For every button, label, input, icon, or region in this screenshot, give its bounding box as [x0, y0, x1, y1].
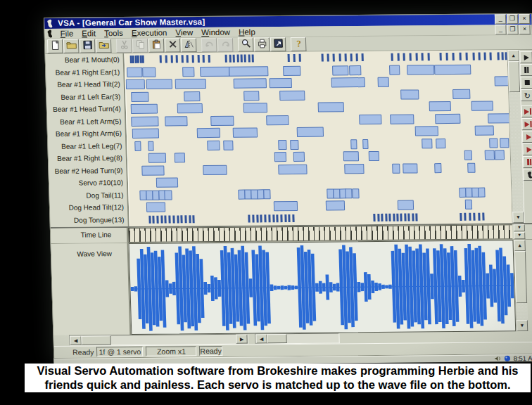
servo-event-block[interactable] — [464, 150, 471, 160]
servo-tick[interactable] — [298, 54, 300, 62]
servo-event-block[interactable] — [452, 89, 470, 98]
servo-tick[interactable] — [252, 214, 254, 222]
servo-event-block[interactable] — [146, 202, 166, 212]
servo-event-block[interactable] — [390, 114, 414, 124]
play-to-end-button[interactable] — [521, 105, 532, 117]
servo-tick[interactable] — [404, 213, 406, 221]
help-button[interactable]: ? — [291, 37, 307, 51]
servo-event-block[interactable] — [407, 65, 435, 75]
servo-tick[interactable] — [408, 213, 410, 221]
servo-tick[interactable] — [256, 214, 258, 222]
servo-tick[interactable] — [322, 54, 324, 62]
servo-event-block[interactable] — [350, 139, 357, 149]
servo-tick[interactable] — [403, 53, 405, 61]
pause-red-button[interactable] — [523, 156, 532, 168]
copy-button[interactable] — [132, 39, 148, 53]
servo-tick[interactable] — [501, 52, 503, 60]
servo-tick[interactable] — [377, 213, 379, 221]
redo-button[interactable] — [217, 38, 234, 52]
servo-tick[interactable] — [176, 55, 178, 63]
servo-tick[interactable] — [141, 56, 144, 63]
servo-tick[interactable] — [184, 215, 186, 223]
servo-tick[interactable] — [473, 212, 475, 220]
servo-event-block[interactable] — [422, 139, 432, 148]
track-label[interactable]: Bear #1 Left Leg(7) — [48, 140, 125, 153]
menu-edit[interactable]: Edit — [77, 28, 100, 38]
servo-event-block[interactable] — [397, 200, 414, 210]
servo-event-block[interactable] — [403, 163, 418, 173]
servo-event-block[interactable] — [485, 150, 495, 160]
servo-event-block[interactable] — [229, 66, 269, 76]
servo-tick[interactable] — [459, 53, 461, 60]
track-label[interactable]: Bear #1 Right Ear(1) — [46, 66, 123, 79]
servo-event-block[interactable] — [435, 113, 460, 123]
servo-tick[interactable] — [225, 55, 227, 63]
servo-event-block[interactable] — [165, 116, 187, 126]
servo-event-block[interactable] — [352, 188, 360, 198]
servo-event-block[interactable] — [132, 129, 160, 139]
servo-event-block[interactable] — [210, 115, 234, 125]
servo-event-block[interactable] — [148, 141, 153, 150]
servo-event-block[interactable] — [269, 78, 292, 88]
servo-event-block[interactable] — [273, 201, 298, 211]
scroll-up-button[interactable]: ▲ — [507, 50, 519, 61]
tray-volume-icon[interactable] — [494, 355, 501, 361]
servo-tick[interactable] — [165, 55, 167, 63]
document-minimize-button[interactable]: _ — [495, 25, 506, 34]
open-button[interactable] — [63, 39, 80, 53]
servo-tick[interactable] — [160, 215, 163, 223]
servo-event-block[interactable] — [233, 127, 258, 137]
servo-event-block[interactable] — [127, 67, 142, 77]
servo-event-block[interactable] — [293, 152, 305, 162]
track-row[interactable] — [129, 210, 512, 226]
servo-tick[interactable] — [260, 214, 262, 222]
servo-event-block[interactable] — [318, 102, 344, 112]
servo-tick[interactable] — [248, 54, 250, 62]
servo-tick[interactable] — [483, 53, 486, 60]
servo-event-block[interactable] — [392, 163, 400, 173]
servo-event-block[interactable] — [156, 177, 178, 187]
servo-tick[interactable] — [186, 55, 189, 63]
save-button[interactable] — [80, 39, 96, 53]
wave-hscroll-left-button[interactable]: ◀ — [255, 334, 267, 343]
servo-event-block[interactable] — [203, 165, 227, 174]
cut-button[interactable] — [116, 39, 132, 53]
servo-tick[interactable] — [165, 215, 167, 223]
servo-tick[interactable] — [168, 215, 170, 223]
servo-event-block[interactable] — [263, 189, 271, 199]
wave-view[interactable] — [129, 240, 517, 335]
servo-event-block[interactable] — [363, 139, 369, 149]
servo-event-block[interactable] — [467, 162, 476, 172]
servo-tick[interactable] — [192, 55, 194, 63]
new-button[interactable] — [47, 39, 63, 53]
servo-tick[interactable] — [439, 53, 441, 60]
servo-event-block[interactable] — [400, 89, 419, 99]
minimize-button[interactable]: _ — [495, 15, 506, 25]
play-all-button[interactable] — [522, 143, 532, 155]
wave-scroll-up-button[interactable]: ▲ — [514, 240, 525, 251]
servo-event-block[interactable] — [279, 90, 305, 100]
servo-tick[interactable] — [385, 213, 387, 221]
scroll-down-button[interactable]: ▼ — [512, 212, 524, 223]
servo-tick[interactable] — [381, 213, 384, 221]
import-button[interactable] — [96, 39, 112, 53]
track-label[interactable]: Bear #1 Mouth(0) — [46, 53, 123, 66]
servo-event-block[interactable] — [177, 103, 203, 113]
restore-button[interactable]: ❐ — [507, 15, 518, 25]
stop-button[interactable] — [521, 77, 532, 89]
servo-tick[interactable] — [452, 53, 455, 60]
servo-tick[interactable] — [288, 54, 290, 62]
servo-event-block[interactable] — [488, 113, 510, 123]
vscroll-thumb[interactable] — [508, 61, 520, 92]
servo-tick[interactable] — [505, 52, 507, 60]
servo-event-block[interactable] — [332, 65, 349, 75]
ruler-up-button[interactable]: ▼ — [514, 224, 525, 231]
servo-tick[interactable] — [469, 212, 471, 220]
servo-event-block[interactable] — [369, 151, 379, 161]
close-button[interactable]: × — [519, 14, 530, 24]
servo-tick[interactable] — [393, 213, 395, 221]
track-label[interactable]: Dog Tail(11) — [49, 189, 127, 202]
servo-event-block[interactable] — [478, 187, 486, 197]
servo-event-block[interactable] — [500, 138, 509, 148]
servo-tick[interactable] — [244, 54, 246, 62]
